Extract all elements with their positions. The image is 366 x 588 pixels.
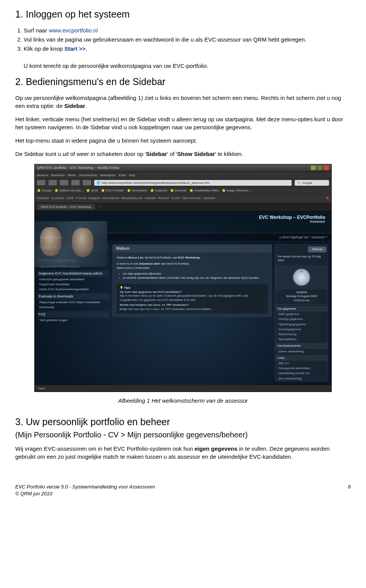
sidebar-link[interactable]: Werkervaring [275,332,328,337]
devtools-close-icon[interactable]: ✖ [326,195,329,201]
snelmenu-head[interactable]: Evaluatie & downloads [37,293,109,300]
menu-beeld[interactable]: Beeld [68,173,75,177]
sidebar-link[interactable]: NAW gegevens [275,312,328,316]
s2p4g: ' of ' [167,151,177,157]
sidebar-link[interactable]: Handleiding (versie 02) [275,371,328,376]
devtools-options[interactable]: Options▾ [203,196,215,200]
bookmark-item[interactable]: ⭐ Kwalificaties MBO [189,188,219,193]
menu-bestand[interactable]: Bestand [37,173,48,177]
devtools-images[interactable]: Images▾ [88,196,100,200]
screenshot-figure: QRM EVC-portfolio – EVC Workshop – Mozil… [15,164,351,392]
menu-geschiedenis[interactable]: Geschiedenis [79,173,97,177]
page-footer: EVC Portfolio versie 5.0 - Systeemhandle… [15,484,351,497]
snelmenu-item[interactable]: Overzicht gekoppelde kandidaten [37,277,109,282]
section1-after: U komt terecht op de persoonlijke welkom… [24,62,351,70]
date-time: 14:20:10 uur [275,299,328,303]
link-evcportfolio[interactable]: www.evcportfolio.nl [49,27,98,34]
snelmenu-item[interactable]: Veel gestelde vragen [37,318,109,323]
section2-p2: Het linker, verticale menu (het snelmenu… [15,115,351,131]
window-close-button[interactable] [324,165,329,170]
bookmark-item[interactable]: ⭐ Image reflection... [222,188,251,193]
bookmark-item[interactable]: ⭐ Google [37,188,51,193]
sidebar-link[interactable]: Opleidingsgegevens [275,322,328,327]
section3-p1: Wij vragen EVC-assessoren om in het EVC … [15,445,351,461]
devtools-bar: Disable▾Cookies▾CSS▾Forms▾Images▾Informa… [35,194,331,202]
search-box[interactable]: 🔍 Google [295,180,329,186]
devtools-css[interactable]: CSS▾ [66,196,74,200]
devtools-forms[interactable]: Forms▾ [76,196,86,200]
sidebar-date: 24/08/09 Monday 24 August 2009 14:20:10 … [275,289,328,305]
search-engine-icon: 🔍 [297,181,301,185]
snelmenu-head[interactable]: Gegevens EVC-kandidaten/Assess.admin [37,270,109,277]
menu-bladwijzers[interactable]: Bladwijzers [100,173,116,177]
devtools-view source[interactable]: View Source▾ [182,196,201,200]
wl2b: Assessor-deel [139,262,160,265]
url-text: http://www.evcportfolio.nl/evcportfolio/… [102,181,209,185]
snelmenu-item[interactable]: Inzien EVC Assessmentvragenlijsten [37,287,109,292]
reload-button[interactable] [60,180,68,185]
wl1b: Bruce Lee [128,256,143,259]
section2-title: 2. Bedieningsmenu's en de Sidebar [15,75,351,88]
back-button[interactable] [37,180,45,185]
sidebar-link[interactable]: Mijn CV [275,361,328,366]
sidebar-toggle-button[interactable]: Sidebar [308,246,326,252]
sidebar-panel: Sidebar Uw laatste bezoek was op 29 May … [275,244,328,381]
devtools-tools[interactable]: Tools▾ [171,196,180,200]
window-maximize-button[interactable] [317,165,323,170]
search-engine-name: Google [302,181,312,185]
s2p4e: schakelen door op ' [95,151,146,157]
step1-pre: Surf naar [24,27,49,34]
sidebar-link[interactable]: Specialiteiten [275,337,328,342]
stop-button[interactable] [71,180,80,185]
bookmark-item[interactable]: ⭐ EVC Portfolio [101,188,124,193]
snelmenu-item[interactable]: Downloads [37,305,109,310]
wl1d: EVC Workshop [178,256,200,259]
window-titlebar: QRM EVC-portfolio – EVC Workshop – Mozil… [35,164,331,172]
s2p4c: of weer [69,151,91,157]
snelmenu-head[interactable]: FAQ [37,311,109,318]
wl1e: . [200,256,201,259]
s2p4i: ' te klikken. [215,151,243,157]
bookmark-item[interactable]: ⭐ Welkom bij cfde... [55,188,83,193]
header-photo [35,221,107,267]
sidebar-clock: 12 [275,265,328,289]
devtools-information[interactable]: Information▾ [102,196,119,200]
bookmark-item[interactable]: ⭐ Netmasters [127,188,147,193]
face-image-2 [72,228,93,257]
sidebar-link[interactable]: Gekoppelde kandidaten [275,366,328,371]
globe-icon: 🌐 [96,181,100,185]
bookmark-item[interactable]: ⭐ QKM [86,188,98,193]
snelmenu-item[interactable]: Rapportage evaluatie EVC-traject kandida… [37,300,109,305]
devtools-resize[interactable]: Resize▾ [158,196,169,200]
devtools-cookies[interactable]: Cookies▾ [51,196,64,200]
address-bar[interactable]: 🌐 http://www.evcportfolio.nl/evcportfoli… [94,180,292,186]
step-1: Surf naar www.evcportfolio.nl [24,26,351,34]
step-3: Klik op de knop Start >>. [24,45,351,53]
devtools-disable[interactable]: Disable▾ [37,196,49,200]
login-status: u bent ingelogd als * assessor * [279,235,327,240]
snelmenu-item[interactable]: Koppel een Kandidaat [37,282,109,287]
browser-menubar: BestandBewerkenBeeldGeschiedenisBladwijz… [35,172,331,179]
bookmark-item[interactable]: ⭐ Webmail [170,188,186,193]
wl1c: , bij het EVCPortfolio van [143,256,178,259]
browser-tabbar: QRM EVC-portfolio – EVC Workshop ＋ [35,203,331,211]
app-title: EVC Workshop – EVCPortfolio Assessor [259,215,325,224]
tips-heading: 💡 Tips: [120,286,265,290]
sidebar-link[interactable]: (bvo mededeling) [275,376,328,381]
menu-help[interactable]: Help [129,173,135,177]
section2-p3: Het top-menu staat in iedere pagina die … [15,137,351,145]
forward-button[interactable] [48,180,57,185]
new-tab-button[interactable]: ＋ [99,204,102,210]
menu-bewerken[interactable]: Bewerken [51,173,65,177]
menu-extra[interactable]: Extra [119,173,126,177]
clock-face: 12 [293,268,310,286]
sidebar-link[interactable]: Overige gegevens [275,316,328,321]
home-button[interactable] [83,180,91,185]
sidebar-link[interactable]: Cursusgegevens [275,327,328,332]
browser-tab[interactable]: QRM EVC-portfolio – EVC Workshop [37,204,95,210]
devtools-outline[interactable]: Outline▾ [144,196,156,200]
sidebar-link[interactable]: (Geen mededeling) [275,349,328,354]
window-minimize-button[interactable] [311,165,316,170]
devtools-miscellaneous[interactable]: Miscellaneous▾ [121,196,142,200]
bookmark-item[interactable]: ⭐ localhost [150,188,167,193]
